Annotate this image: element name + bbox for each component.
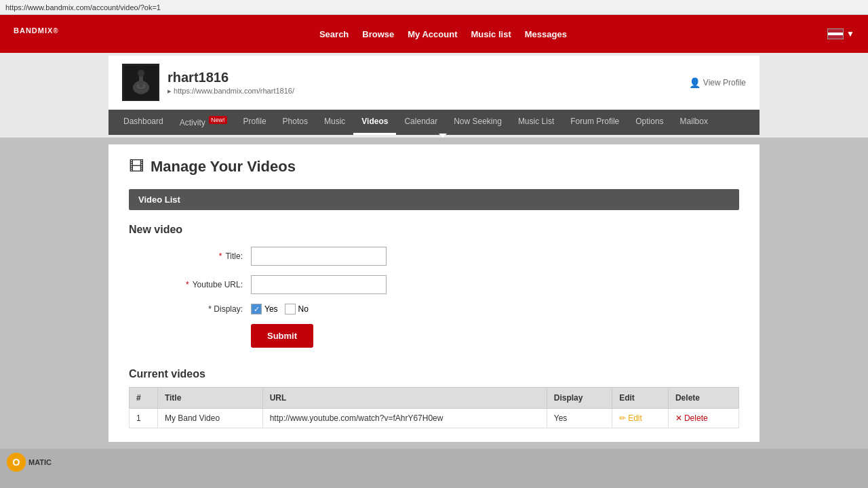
profile-username: rhart1816 (167, 70, 294, 85)
nav-item-music-list[interactable]: Music List (510, 110, 562, 135)
nav-item-photos[interactable]: Photos (275, 110, 316, 135)
edit-pencil-icon: ✏ (619, 413, 626, 423)
delete-link[interactable]: ✕ Delete (675, 413, 732, 423)
required-asterisk: * (219, 251, 222, 261)
top-navigation: BANDMIX® Search Browse My Account Music … (0, 15, 868, 53)
nav-item-profile[interactable]: Profile (235, 110, 275, 135)
display-no-option[interactable]: No (285, 304, 309, 314)
film-icon: 🎞 (129, 158, 144, 176)
col-num: # (130, 388, 158, 409)
yes-label: Yes (264, 304, 278, 314)
browser-url-text: https://www.bandmix.com/account/video/?o… (5, 3, 161, 12)
svg-point-4 (138, 70, 144, 77)
videos-table: # Title URL Display Edit Delete 1 My Ban… (129, 387, 739, 428)
youtube-url-input[interactable] (251, 275, 387, 294)
top-nav-right: ▼ (827, 28, 854, 39)
nav-link-dashboard[interactable]: Dashboard (115, 110, 172, 133)
top-nav-links: Search Browse My Account Music list Mess… (319, 29, 567, 39)
nav-item-options[interactable]: Options (627, 110, 671, 135)
display-yes-option[interactable]: ✓ Yes (251, 304, 278, 314)
youtube-form-row: * Youtube URL: (129, 275, 739, 294)
current-videos-heading: Current videos (129, 368, 739, 380)
edit-link[interactable]: ✏ Edit (619, 413, 661, 423)
avatar-image (122, 64, 159, 101)
nav-item-videos[interactable]: Videos (353, 110, 396, 135)
nav-browse[interactable]: Browse (362, 29, 394, 39)
view-profile-label: View Profile (703, 78, 746, 87)
col-title: Title (157, 388, 262, 409)
display-form-row: * Display: ✓ Yes No (129, 304, 739, 314)
person-icon: 👤 (689, 77, 701, 88)
secondary-navigation: Dashboard Activity New! Profile Photos M… (108, 110, 760, 135)
site-logo[interactable]: BANDMIX® (14, 24, 59, 43)
profile-header-left: rhart1816 https://www.bandmix.com/rhart1… (122, 64, 294, 101)
display-no-checkbox[interactable] (285, 304, 296, 314)
col-delete: Delete (668, 388, 738, 409)
youtube-label: * Youtube URL: (129, 280, 251, 289)
activity-label: Activity (180, 118, 205, 127)
nav-item-forum-profile[interactable]: Forum Profile (562, 110, 627, 135)
view-profile-link[interactable]: 👤 View Profile (689, 77, 746, 88)
nav-link-music-list[interactable]: Music List (510, 110, 562, 133)
main-content: 🎞 Manage Your Videos Video List New vide… (108, 144, 760, 442)
nav-link-mailbox[interactable]: Mailbox (672, 110, 716, 133)
nav-item-activity[interactable]: Activity New! (172, 110, 235, 135)
display-label: * Display: (129, 304, 251, 314)
page-title-section: 🎞 Manage Your Videos (129, 158, 739, 176)
logo-reg: ® (53, 27, 58, 35)
flag-icon (827, 28, 844, 39)
row-delete-cell: ✕ Delete (668, 409, 738, 428)
activity-new-badge: New! (209, 116, 227, 124)
row-url: http://www.youtube.com/watch?v=fAhrY67H0… (262, 409, 547, 428)
nav-link-calendar[interactable]: Calendar (396, 110, 446, 133)
matic-label: MATIC (28, 458, 52, 466)
nav-search[interactable]: Search (319, 29, 349, 39)
display-label-text: Display: (214, 304, 243, 314)
nav-link-music[interactable]: Music (316, 110, 353, 133)
nav-link-photos[interactable]: Photos (275, 110, 316, 133)
nav-item-mailbox[interactable]: Mailbox (672, 110, 716, 135)
required-asterisk-display: * (208, 304, 212, 314)
nav-link-forum-profile[interactable]: Forum Profile (562, 110, 627, 133)
col-display: Display (547, 388, 612, 409)
nav-link-options[interactable]: Options (627, 110, 671, 133)
section-header: Video List (129, 189, 739, 210)
avatar (122, 64, 159, 101)
table-header-row: # Title URL Display Edit Delete (130, 388, 739, 409)
title-input[interactable] (251, 247, 387, 266)
bottom-bar: O MATIC (0, 449, 868, 476)
row-num: 1 (130, 409, 158, 428)
nav-item-music[interactable]: Music (316, 110, 353, 135)
submit-button[interactable]: Submit (251, 324, 313, 348)
secondary-nav-list: Dashboard Activity New! Profile Photos M… (108, 110, 760, 135)
nav-link-videos[interactable]: Videos (353, 110, 396, 133)
col-edit: Edit (612, 388, 669, 409)
row-title: My Band Video (157, 409, 262, 428)
table-row: 1 My Band Video http://www.youtube.com/w… (130, 409, 739, 428)
display-options: ✓ Yes No (251, 304, 309, 314)
nav-link-profile[interactable]: Profile (235, 110, 275, 133)
display-yes-checkbox[interactable]: ✓ (251, 304, 262, 314)
page-title: Manage Your Videos (151, 158, 296, 176)
avatar-svg (124, 66, 158, 100)
required-asterisk-url: * (186, 280, 189, 289)
language-dropdown-arrow[interactable]: ▼ (846, 29, 854, 39)
logo-text: BANDMIX (14, 26, 53, 35)
nav-item-calendar[interactable]: Calendar (396, 110, 446, 135)
title-label: * Title: (129, 251, 251, 261)
nav-music-list[interactable]: Music list (471, 29, 511, 39)
col-url: URL (262, 388, 547, 409)
nav-item-dashboard[interactable]: Dashboard (115, 110, 172, 135)
nav-messages[interactable]: Messages (525, 29, 567, 39)
nav-item-now-seeking[interactable]: Now Seeking (446, 110, 510, 135)
profile-info: rhart1816 https://www.bandmix.com/rhart1… (167, 70, 294, 96)
title-label-text: Title: (225, 251, 243, 261)
row-edit-cell: ✏ Edit (612, 409, 669, 428)
new-video-heading: New video (129, 224, 739, 236)
no-label: No (298, 304, 309, 314)
nav-my-account[interactable]: My Account (408, 29, 457, 39)
nav-link-activity[interactable]: Activity New! (172, 110, 235, 134)
nav-link-now-seeking[interactable]: Now Seeking (446, 110, 510, 133)
profile-header: rhart1816 https://www.bandmix.com/rhart1… (108, 56, 760, 110)
matic-logo: O (7, 453, 26, 472)
